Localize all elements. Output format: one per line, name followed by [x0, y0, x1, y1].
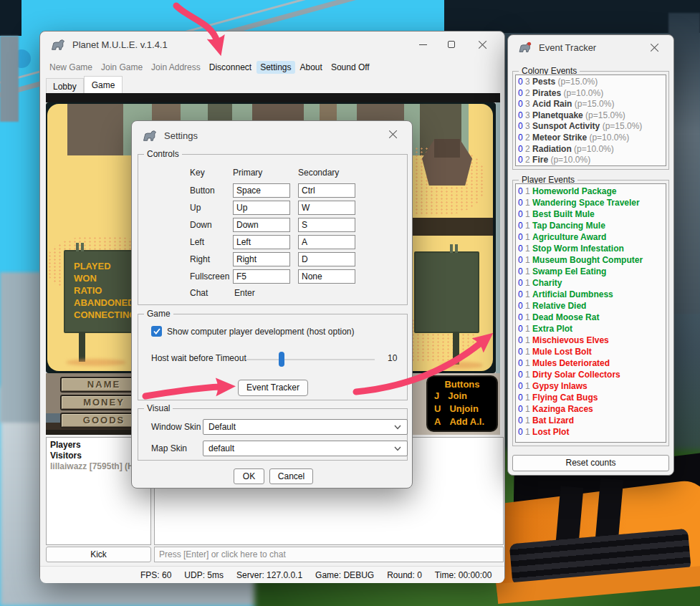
- menu-item[interactable]: Sound Off: [327, 61, 373, 74]
- menu-item[interactable]: New Game: [46, 61, 96, 74]
- scoreboard-line: ABANDONED: [74, 297, 138, 309]
- checkmark-icon: [153, 328, 160, 335]
- colony-event-row: 0 2 Meteor Strike (p=10.0%): [518, 133, 666, 144]
- wallpaper-roof: [444, 0, 700, 33]
- chat-input[interactable]: [154, 547, 504, 562]
- close-button[interactable]: [466, 34, 500, 55]
- event-count: 0: [518, 99, 523, 109]
- scoreboard-line: RATIO: [74, 284, 138, 297]
- kick-button[interactable]: Kick: [46, 547, 151, 562]
- event-count: 0: [518, 312, 523, 322]
- chevron-down-icon: [394, 446, 401, 451]
- primary-key-input[interactable]: [233, 183, 290, 198]
- event-probability: (p=15.0%): [575, 99, 615, 109]
- visual-group: Visual Window Skin Default Map Skin defa…: [138, 408, 408, 461]
- reset-counts-button[interactable]: Reset counts: [512, 455, 669, 471]
- chat-binding-value: Enter: [234, 288, 255, 298]
- menu-item[interactable]: Settings: [256, 61, 294, 74]
- menu-item[interactable]: Join Game: [97, 61, 146, 74]
- sign-shadow: [440, 362, 483, 369]
- colony-event-row: 0 2 Radiation (p=10.0%): [518, 144, 666, 155]
- scoreboard-line: CONNECTING: [74, 309, 138, 321]
- primary-key-input[interactable]: [233, 252, 290, 266]
- event-probability: (p=15.0%): [603, 121, 643, 131]
- event-name: Extra Plot: [532, 324, 572, 334]
- event-name: Artificial Dumbness: [532, 289, 613, 299]
- secondary-key-input[interactable]: [298, 201, 355, 215]
- event-max: 1: [525, 404, 530, 414]
- event-count: 0: [518, 415, 523, 425]
- primary-key-input[interactable]: [233, 201, 290, 215]
- event-max: 1: [525, 266, 530, 276]
- player-event-row: 0 1 Agriculture Award: [518, 231, 666, 243]
- game-group: Game Show computer player development (h…: [138, 314, 408, 400]
- map-skin-select[interactable]: default: [203, 441, 408, 456]
- secondary-key-input[interactable]: [298, 183, 355, 198]
- window-skin-select[interactable]: Default: [203, 419, 408, 435]
- player-events-list: 0 1 Homeworld Package 0 1 Wandering Spac…: [515, 183, 666, 443]
- primary-key-input[interactable]: [233, 235, 290, 249]
- timeout-slider-track[interactable]: [246, 359, 375, 360]
- event-name: Radiation: [532, 144, 572, 154]
- mule-app-icon: [50, 39, 66, 51]
- settings-close-button[interactable]: [379, 123, 408, 145]
- secondary-key-input[interactable]: [298, 269, 355, 284]
- colony-events-list: 0 3 Pests (p=15.0%) 0 2 Pirates (p=10.0%…: [515, 74, 666, 166]
- scoreboard-line: WON: [74, 272, 138, 284]
- binding-name: Button: [190, 186, 215, 196]
- binding-name: Right: [190, 254, 210, 264]
- primary-key-input[interactable]: [233, 218, 290, 232]
- player-events-group: Player Events 0 1 Homeworld Package 0 1 …: [512, 180, 669, 446]
- event-count: 0: [518, 209, 523, 219]
- close-icon: [389, 130, 398, 138]
- player-event-row: 0 1 Swamp Eel Eating: [518, 266, 666, 277]
- colony-event-row: 0 3 Planetquake (p=15.0%): [518, 110, 666, 122]
- event-tracker-button[interactable]: Event Tracker: [238, 380, 308, 396]
- event-count: 0: [518, 186, 523, 196]
- event-name: Tap Dancing Mule: [532, 221, 605, 231]
- minimize-button[interactable]: [408, 34, 437, 55]
- event-name: Dirty Solar Collectors: [532, 370, 620, 380]
- player-event-row: 0 1 Best Built Mule: [518, 208, 666, 220]
- map-edge: [496, 102, 500, 373]
- tab[interactable]: Game: [84, 76, 123, 94]
- timeout-slider-handle[interactable]: [279, 352, 284, 367]
- player-event-row: 0 1 Mule Lost Bolt: [518, 346, 666, 357]
- secondary-key-input[interactable]: [298, 252, 355, 266]
- event-tracker-close-button[interactable]: [641, 37, 669, 58]
- event-probability: (p=15.0%): [557, 77, 598, 87]
- key-help-key: U: [434, 403, 441, 415]
- event-max: 1: [525, 232, 530, 242]
- maximize-button[interactable]: [437, 34, 466, 55]
- player-event-row: 0 1 Charity: [518, 277, 666, 289]
- cancel-button[interactable]: Cancel: [269, 468, 313, 484]
- event-name: Dead Moose Rat: [532, 312, 599, 322]
- menu-item[interactable]: Disconnect: [206, 61, 255, 74]
- event-max: 1: [525, 289, 530, 299]
- event-name: Acid Rain: [532, 99, 572, 109]
- event-name: Lost Plot: [532, 427, 569, 437]
- window-skin-value: Default: [208, 422, 236, 432]
- event-tracker-titlebar[interactable]: Event Tracker: [508, 35, 673, 59]
- event-max: 3: [525, 110, 530, 120]
- settings-titlebar[interactable]: Settings: [132, 121, 412, 150]
- event-max: 1: [525, 335, 530, 345]
- event-count: 0: [518, 198, 523, 208]
- tab[interactable]: Lobby: [46, 78, 84, 94]
- settings-title: Settings: [164, 130, 198, 141]
- player-event-row: 0 1 Dirty Solar Collectors: [518, 369, 666, 380]
- event-max: 1: [525, 393, 530, 403]
- event-max: 3: [525, 77, 530, 87]
- menu-item[interactable]: Join Address: [148, 61, 204, 74]
- wallpaper-left-dark: [0, 0, 21, 36]
- secondary-key-input[interactable]: [298, 235, 355, 249]
- show-development-checkbox[interactable]: [151, 326, 162, 337]
- secondary-key-input[interactable]: [298, 218, 355, 232]
- ok-button[interactable]: OK: [234, 468, 264, 484]
- sign-shadow: [66, 359, 126, 366]
- status-segment: FPS: 60: [140, 570, 171, 580]
- menu-item[interactable]: About: [297, 61, 326, 74]
- main-titlebar[interactable]: Planet M.U.L.E. v.1.4.1: [40, 32, 504, 57]
- event-count: 0: [518, 88, 523, 98]
- primary-key-input[interactable]: [233, 269, 290, 284]
